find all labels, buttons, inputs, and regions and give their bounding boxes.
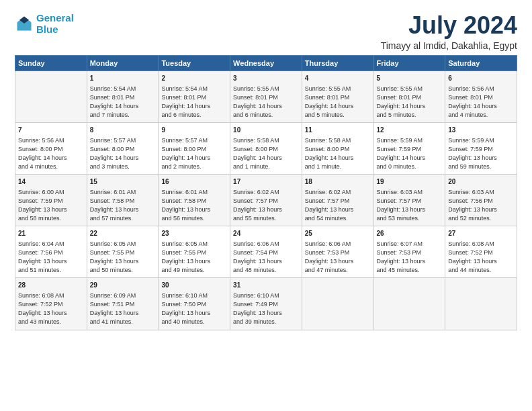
day-content: Sunrise: 5:57 AMSunset: 8:00 PMDaylight:… [90,136,156,171]
calendar-cell: 5Sunrise: 5:55 AMSunset: 8:01 PMDaylight… [373,71,445,122]
calendar-cell: 6Sunrise: 5:56 AMSunset: 8:01 PMDaylight… [445,71,517,122]
calendar-cell: 16Sunrise: 6:01 AMSunset: 7:58 PMDayligh… [159,174,230,226]
day-number: 26 [377,229,443,238]
calendar-cell: 14Sunrise: 6:00 AMSunset: 7:59 PMDayligh… [15,174,87,226]
day-number: 21 [18,229,84,238]
day-content: Sunrise: 5:55 AMSunset: 8:01 PMDaylight:… [233,85,299,120]
day-content: Sunrise: 5:55 AMSunset: 8:01 PMDaylight:… [305,85,371,120]
logo-general: General [36,12,74,24]
calendar-cell: 28Sunrise: 6:08 AMSunset: 7:52 PMDayligh… [15,278,87,330]
day-number: 7 [18,126,84,135]
col-monday: Monday [87,55,159,71]
calendar-cell [302,278,373,330]
logo: General Blue [15,12,74,36]
day-number: 19 [377,177,443,187]
day-number: 29 [90,281,156,290]
day-content: Sunrise: 5:54 AMSunset: 8:01 PMDaylight:… [90,85,156,120]
main-title: July 2024 [381,12,517,39]
calendar-cell: 26Sunrise: 6:07 AMSunset: 7:53 PMDayligh… [373,226,445,278]
calendar-cell: 22Sunrise: 6:05 AMSunset: 7:55 PMDayligh… [87,226,159,278]
day-number: 6 [448,74,514,83]
calendar-cell: 10Sunrise: 5:58 AMSunset: 8:00 PMDayligh… [230,122,302,174]
title-block: July 2024 Timayy al Imdid, Dakahlia, Egy… [381,12,517,51]
col-sunday: Sunday [15,55,87,71]
calendar-cell: 21Sunrise: 6:04 AMSunset: 7:56 PMDayligh… [15,226,87,278]
day-content: Sunrise: 6:01 AMSunset: 7:58 PMDaylight:… [161,188,227,223]
calendar-week-2: 7Sunrise: 5:56 AMSunset: 8:00 PMDaylight… [15,122,517,174]
calendar-cell: 15Sunrise: 6:01 AMSunset: 7:58 PMDayligh… [87,174,159,226]
day-content: Sunrise: 5:58 AMSunset: 8:00 PMDaylight:… [305,136,371,171]
calendar-week-5: 28Sunrise: 6:08 AMSunset: 7:52 PMDayligh… [15,278,517,330]
day-content: Sunrise: 6:06 AMSunset: 7:53 PMDaylight:… [305,240,371,275]
calendar-cell: 12Sunrise: 5:59 AMSunset: 7:59 PMDayligh… [373,122,445,174]
calendar-cell [373,278,445,330]
day-content: Sunrise: 6:02 AMSunset: 7:57 PMDaylight:… [305,188,371,223]
calendar-cell: 3Sunrise: 5:55 AMSunset: 8:01 PMDaylight… [230,71,302,122]
day-number: 18 [305,177,371,187]
calendar-cell: 27Sunrise: 6:08 AMSunset: 7:52 PMDayligh… [445,226,517,278]
day-number: 11 [305,126,371,135]
col-thursday: Thursday [302,55,373,71]
calendar-cell: 29Sunrise: 6:09 AMSunset: 7:51 PMDayligh… [87,278,159,330]
day-content: Sunrise: 6:08 AMSunset: 7:52 PMDaylight:… [18,291,84,326]
col-friday: Friday [373,55,445,71]
day-content: Sunrise: 6:00 AMSunset: 7:59 PMDaylight:… [18,188,84,223]
day-content: Sunrise: 6:01 AMSunset: 7:58 PMDaylight:… [90,188,156,223]
calendar-cell: 11Sunrise: 5:58 AMSunset: 8:00 PMDayligh… [302,122,373,174]
day-number: 20 [448,177,514,187]
day-content: Sunrise: 5:56 AMSunset: 8:01 PMDaylight:… [448,85,514,120]
day-number: 15 [90,177,156,187]
calendar-cell: 13Sunrise: 5:59 AMSunset: 7:59 PMDayligh… [445,122,517,174]
day-content: Sunrise: 5:59 AMSunset: 7:59 PMDaylight:… [377,136,443,171]
day-content: Sunrise: 6:08 AMSunset: 7:52 PMDaylight:… [448,240,514,275]
logo-text: General Blue [36,12,74,36]
day-content: Sunrise: 6:05 AMSunset: 7:55 PMDaylight:… [90,240,156,275]
day-number: 31 [233,281,299,290]
calendar-cell: 8Sunrise: 5:57 AMSunset: 8:00 PMDaylight… [87,122,159,174]
col-tuesday: Tuesday [159,55,230,71]
calendar-cell: 1Sunrise: 5:54 AMSunset: 8:01 PMDaylight… [87,71,159,122]
day-number: 5 [377,74,443,83]
day-content: Sunrise: 6:02 AMSunset: 7:57 PMDaylight:… [233,188,299,223]
day-content: Sunrise: 6:07 AMSunset: 7:53 PMDaylight:… [377,240,443,275]
day-content: Sunrise: 5:54 AMSunset: 8:01 PMDaylight:… [161,85,227,120]
day-number: 10 [233,126,299,135]
calendar-cell: 9Sunrise: 5:57 AMSunset: 8:00 PMDaylight… [159,122,230,174]
day-content: Sunrise: 5:57 AMSunset: 8:00 PMDaylight:… [161,136,227,171]
day-content: Sunrise: 6:10 AMSunset: 7:50 PMDaylight:… [161,291,227,326]
day-number: 23 [161,229,227,238]
calendar-cell: 25Sunrise: 6:06 AMSunset: 7:53 PMDayligh… [302,226,373,278]
day-number: 17 [233,177,299,187]
calendar-cell: 18Sunrise: 6:02 AMSunset: 7:57 PMDayligh… [302,174,373,226]
logo-icon [15,14,34,33]
logo-blue: Blue [36,24,58,35]
col-wednesday: Wednesday [230,55,302,71]
calendar-cell: 20Sunrise: 6:03 AMSunset: 7:56 PMDayligh… [445,174,517,226]
calendar-cell: 30Sunrise: 6:10 AMSunset: 7:50 PMDayligh… [159,278,230,330]
day-content: Sunrise: 5:55 AMSunset: 8:01 PMDaylight:… [377,85,443,120]
calendar-cell: 19Sunrise: 6:03 AMSunset: 7:57 PMDayligh… [373,174,445,226]
day-number: 2 [161,74,227,83]
day-number: 28 [18,281,84,290]
col-saturday: Saturday [445,55,517,71]
header: General Blue July 2024 Timayy al Imdid, … [15,12,517,51]
day-number: 27 [448,229,514,238]
day-content: Sunrise: 5:56 AMSunset: 8:00 PMDaylight:… [18,136,84,171]
day-number: 12 [377,126,443,135]
calendar-cell: 17Sunrise: 6:02 AMSunset: 7:57 PMDayligh… [230,174,302,226]
calendar-cell: 31Sunrise: 6:10 AMSunset: 7:49 PMDayligh… [230,278,302,330]
day-number: 3 [233,74,299,83]
day-content: Sunrise: 6:09 AMSunset: 7:51 PMDaylight:… [90,291,156,326]
calendar-week-1: 1Sunrise: 5:54 AMSunset: 8:01 PMDaylight… [15,71,517,122]
subtitle: Timayy al Imdid, Dakahlia, Egypt [381,40,517,51]
day-content: Sunrise: 6:03 AMSunset: 7:56 PMDaylight:… [448,188,514,223]
calendar-header: Sunday Monday Tuesday Wednesday Thursday… [15,55,517,71]
day-number: 1 [90,74,156,83]
day-content: Sunrise: 6:10 AMSunset: 7:49 PMDaylight:… [233,291,299,326]
calendar-cell: 2Sunrise: 5:54 AMSunset: 8:01 PMDaylight… [159,71,230,122]
day-number: 16 [161,177,227,187]
day-number: 8 [90,126,156,135]
day-number: 14 [18,177,84,187]
day-content: Sunrise: 6:06 AMSunset: 7:54 PMDaylight:… [233,240,299,275]
day-number: 24 [233,229,299,238]
